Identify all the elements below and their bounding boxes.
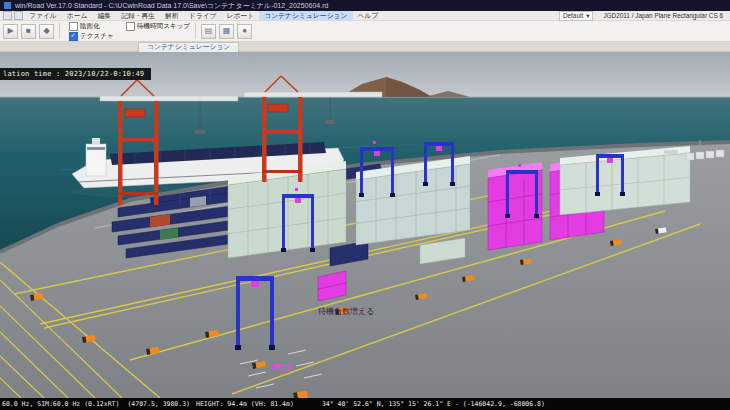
status-bar: 60.0 Hz, SIM:60.0 Hz (0.12xRT) (4707.5, … — [0, 398, 730, 410]
menu-item-container-simulation[interactable]: コンテナシミュレーション — [259, 11, 352, 20]
checkbox-icon — [69, 22, 78, 31]
pale-container-block-1 — [228, 161, 346, 258]
grid-icon[interactable]: ▤ — [201, 24, 216, 39]
app-icon — [4, 2, 11, 9]
annotation-vehicle-id: 39ゴ — [272, 362, 292, 372]
toolbar-separator — [195, 23, 196, 39]
settings-icon[interactable]: ● — [237, 24, 252, 39]
toolbar-separator — [59, 23, 60, 39]
annotation-waiting-count: 待機台数増える — [318, 307, 374, 316]
skip-wait-time-checkbox[interactable]: 待機時間スキップ — [126, 22, 190, 31]
default-dropdown[interactable]: Default ▾ — [559, 11, 593, 21]
camera-icon[interactable]: ◆ — [39, 24, 54, 39]
checkbox-icon — [126, 22, 135, 31]
tab-container-simulation[interactable]: コンテナシミュレーション — [138, 42, 239, 52]
viewport-3d[interactable]: 待機台数増える 39ゴ lation time : 2023/10/22-0:1… — [0, 52, 730, 398]
quick-access-icon[interactable] — [3, 11, 12, 20]
menu-item-help[interactable]: ヘルプ — [353, 11, 384, 20]
simulation-time-overlay: lation time : 2023/10/22-0:10:49 — [0, 68, 151, 80]
stop-icon[interactable]: ■ — [21, 24, 36, 39]
play-icon[interactable]: ▶ — [3, 24, 18, 39]
terminal-scene: 待機台数増える 39ゴ — [0, 52, 730, 398]
menu-item-home[interactable]: ホーム — [62, 11, 93, 20]
ribbon-tab-row: コンテナシミュレーション — [0, 42, 730, 52]
frame-rate-status: 60.0 Hz, SIM:60.0 Hz (0.12xRT) — [2, 400, 119, 408]
hidden-surface-checkbox[interactable]: 陰面化 — [69, 22, 114, 31]
checkbox-checked-icon — [69, 32, 78, 41]
height-readout: HEIGHT: 94.4m (VH: 81.4m) — [196, 400, 294, 408]
menu-item-analysis[interactable]: 解析 — [160, 11, 184, 20]
menu-item-file[interactable]: ファイル — [24, 11, 62, 20]
title-bar: win/Road Ver.17.0 Standard - C:\UCwinRoa… — [0, 0, 730, 11]
application-window: win/Road Ver.17.0 Standard - C:\UCwinRoa… — [0, 0, 730, 410]
coordinate-system-label: JGD2011 / Japan Plane Rectangular CS 6 — [603, 12, 723, 19]
window-title: win/Road Ver.17.0 Standard - C:\UCwinRoa… — [15, 1, 328, 11]
bridge-windows — [87, 147, 105, 150]
ship-funnel — [92, 138, 100, 144]
save-icon[interactable] — [14, 11, 23, 20]
layers-icon[interactable]: ▦ — [219, 24, 234, 39]
menu-bar: ファイル ホーム 編集 記録・再生 解析 ドライブ レポート コンテナシミュレー… — [0, 11, 730, 21]
toolbar-checkbox-group: 陰面化 テクスチャ 待機時間スキップ — [69, 22, 190, 41]
menu-item-record-play[interactable]: 記録・再生 — [116, 11, 160, 20]
menu-item-report[interactable]: レポート — [222, 11, 260, 20]
toolbar: ▶ ■ ◆ 陰面化 テクスチャ 待機時間スキップ ▤ ▦ ● — [0, 21, 730, 42]
cursor-coordinates: (4707.5, 3980.3) — [127, 400, 190, 408]
geo-coordinates: 34° 40' 52.6" N, 135° 15' 26.1" E - (-14… — [322, 400, 545, 408]
menu-right-area: Default ▾ JGD2011 / Japan Plane Rectangu… — [559, 11, 728, 21]
magenta-container-block-1 — [488, 162, 542, 250]
menu-item-edit[interactable]: 編集 — [93, 11, 117, 20]
texture-checkbox[interactable]: テクスチャ — [69, 32, 114, 41]
chevron-down-icon: ▾ — [586, 12, 589, 20]
menu-item-drive[interactable]: ドライブ — [184, 11, 222, 20]
